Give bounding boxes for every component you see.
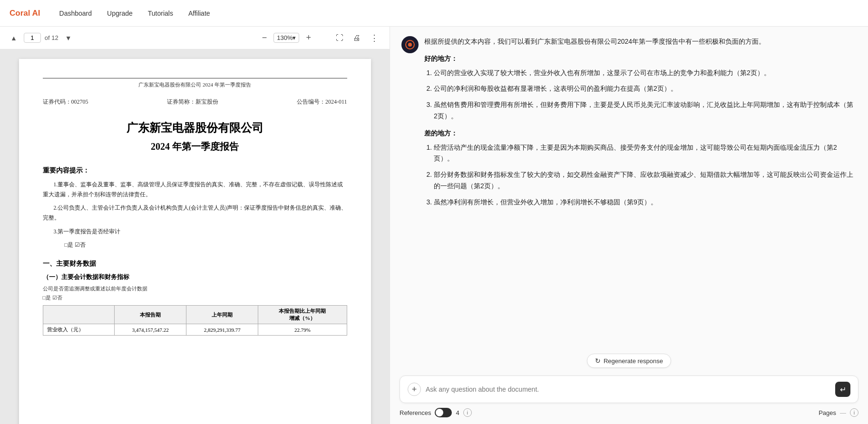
good-item-1: 公司的营业收入实现了较大增长，营业外收入也有所增加，这显示了公司在市场上的竞争力… <box>434 67 857 79</box>
bad-item-2: 部分财务数据和财务指标发生了较大的变动，如交易性金融资产下降、应收款项融资减少、… <box>434 169 857 192</box>
pdf-section1-title: 一、主要财务数据 <box>43 260 347 268</box>
pdf-restate-question: 公司是否需追溯调整或重述以前年度会计数据 <box>43 285 347 292</box>
table-header-0 <box>43 306 115 324</box>
chat-messages[interactable]: 根据所提供的文本内容，我们可以看到广东新宝电器股份有限公司2024年第一季度报告… <box>390 27 868 350</box>
references-count: 4 <box>456 409 459 416</box>
zoom-out-button[interactable]: − <box>259 31 270 45</box>
fit-page-button[interactable]: ⛶ <box>333 32 346 44</box>
print-button[interactable]: 🖨 <box>350 32 363 44</box>
pages-info-icon[interactable]: i <box>850 408 858 417</box>
nav-upgrade[interactable]: Upgrade <box>107 10 133 17</box>
references-toggle[interactable] <box>435 408 452 417</box>
svg-point-1 <box>408 43 412 47</box>
bad-item-3: 虽然净利润有所增长，但营业外收入增加，净利润增长不够稳固（第9页）。 <box>434 197 857 208</box>
references-info-icon[interactable]: i <box>463 408 472 417</box>
regenerate-label: Regenerate response <box>604 357 663 365</box>
pdf-report-title: 2024 年第一季度报告 <box>43 140 347 153</box>
top-nav: Coral AI Dashboard Upgrade Tutorials Aff… <box>0 0 868 27</box>
table-header-3: 本报告期比上年同期增减（%） <box>258 306 347 324</box>
chat-panel: 根据所提供的文本内容，我们可以看到广东新宝电器股份有限公司2024年第一季度报告… <box>390 27 868 424</box>
send-icon: ↵ <box>840 385 846 394</box>
pdf-meta-announcement: 公告编号：2024-011 <box>297 98 347 106</box>
page-up-button[interactable]: ▲ <box>8 32 20 44</box>
regenerate-bar: ↻ Regenerate response <box>390 350 868 370</box>
bad-list: 经营活动产生的现金流量净额下降，主要是因为本期购买商品、接受劳务支付的现金增加，… <box>424 142 857 208</box>
ai-bubble: 根据所提供的文本内容，我们可以看到广东新宝电器股份有限公司2024年第一季度报告… <box>424 36 857 214</box>
footer-references: References 4 i <box>400 408 472 417</box>
good-list: 公司的营业收入实现了较大增长，营业外收入也有所增加，这显示了公司在市场上的竞争力… <box>424 67 857 122</box>
table-cell-change: 22.79% <box>258 324 347 336</box>
pdf-company-name: 广东新宝电器股份有限公司 <box>43 120 347 135</box>
good-label: 好的地方： <box>424 53 857 65</box>
ai-intro-text: 根据所提供的文本内容，我们可以看到广东新宝电器股份有限公司2024年第一季度报告… <box>424 36 857 48</box>
pdf-page: 广东新宝电器股份有限公司 2024 年第一季度报告 证券代码：002705 证券… <box>19 59 371 424</box>
pdf-important-1: 1.董事会、监事会及董事、监事、高级管理人员保证季度报告的真实、准确、完整，不存… <box>43 180 347 199</box>
pdf-important-3: 3.第一季度报告是否经审计 <box>43 227 347 237</box>
chat-input-area: + ↵ <box>390 370 868 403</box>
page-down-button[interactable]: ▼ <box>62 32 75 44</box>
pdf-financial-table: 本报告期 上年同期 本报告期比上年同期增减（%） 营业收入（元） 3,474,1… <box>43 305 347 336</box>
pdf-panel: ▲ 1 of 12 ▼ − 130%▾ + ⛶ 🖨 ⋮ 广东新宝电器股份有限公司… <box>0 27 390 424</box>
bad-label: 差的地方： <box>424 128 857 139</box>
pdf-audit-check: □是 ☑否 <box>43 240 347 250</box>
main-area: ▲ 1 of 12 ▼ − 130%▾ + ⛶ 🖨 ⋮ 广东新宝电器股份有限公司… <box>0 27 868 424</box>
good-item-2: 公司的净利润和每股收益都有显著增长，这表明公司的盈利能力在提高（第2页）。 <box>434 83 857 95</box>
nav-tutorials[interactable]: Tutorials <box>148 10 173 17</box>
table-cell-prev: 2,829,291,339.77 <box>186 324 258 336</box>
pdf-restate-check: □是 ☑否 <box>43 294 347 301</box>
pages-dash: — <box>840 409 846 416</box>
nav-dashboard[interactable]: Dashboard <box>59 10 92 17</box>
zoom-display[interactable]: 130%▾ <box>273 33 299 43</box>
chat-attach-button[interactable]: + <box>408 383 421 396</box>
nav-affiliate[interactable]: Affiliate <box>188 10 210 17</box>
pdf-important-title: 重要内容提示： <box>43 166 347 175</box>
chat-input[interactable] <box>426 385 830 393</box>
chat-input-box: + ↵ <box>400 376 858 403</box>
table-cell-current: 3,474,157,547.22 <box>115 324 186 336</box>
references-label: References <box>400 409 431 416</box>
chat-footer: References 4 i Pages — i <box>390 403 868 424</box>
footer-pages: Pages — i <box>819 408 858 417</box>
table-row: 营业收入（元） 3,474,157,547.22 2,829,291,339.7… <box>43 324 347 336</box>
pdf-meta-code: 证券代码：002705 <box>43 98 88 106</box>
more-options-button[interactable]: ⋮ <box>367 31 382 45</box>
ai-avatar <box>401 36 419 53</box>
table-cell-label: 营业收入（元） <box>43 324 115 336</box>
table-header-1: 本报告期 <box>115 306 186 324</box>
regenerate-button[interactable]: ↻ Regenerate response <box>587 354 671 368</box>
ai-message: 根据所提供的文本内容，我们可以看到广东新宝电器股份有限公司2024年第一季度报告… <box>401 36 857 214</box>
pdf-toolbar: ▲ 1 of 12 ▼ − 130%▾ + ⛶ 🖨 ⋮ <box>0 27 390 49</box>
page-number-input[interactable]: 1 <box>24 33 41 43</box>
pages-label: Pages <box>819 409 836 416</box>
zoom-in-button[interactable]: + <box>303 31 314 45</box>
pdf-important-2: 2.公司负责人、主管会计工作负责人及会计机构负责人(会计主管人员)声明：保证季度… <box>43 203 347 222</box>
table-header-2: 上年同期 <box>186 306 258 324</box>
chat-send-button[interactable]: ↵ <box>835 382 850 397</box>
page-of-label: of 12 <box>45 34 59 41</box>
pdf-content[interactable]: 广东新宝电器股份有限公司 2024 年第一季度报告 证券代码：002705 证券… <box>0 49 390 424</box>
pdf-header-title: 广东新宝电器股份有限公司 2024 年第一季度报告 <box>43 81 347 88</box>
regenerate-icon: ↻ <box>595 357 601 365</box>
good-item-3: 虽然销售费用和管理费用有所增长，但财务费用下降，主要是受人民币兑美元汇率波动影响… <box>434 99 857 122</box>
pdf-meta-abbr: 证券简称：新宝股份 <box>167 98 218 106</box>
pdf-section1-sub: （一）主要会计数据和财务指标 <box>43 273 347 281</box>
pdf-meta-row: 证券代码：002705 证券简称：新宝股份 公告编号：2024-011 <box>43 98 347 106</box>
logo: Coral AI <box>10 9 40 18</box>
bad-item-1: 经营活动产生的现金流量净额下降，主要是因为本期购买商品、接受劳务支付的现金增加，… <box>434 142 857 165</box>
